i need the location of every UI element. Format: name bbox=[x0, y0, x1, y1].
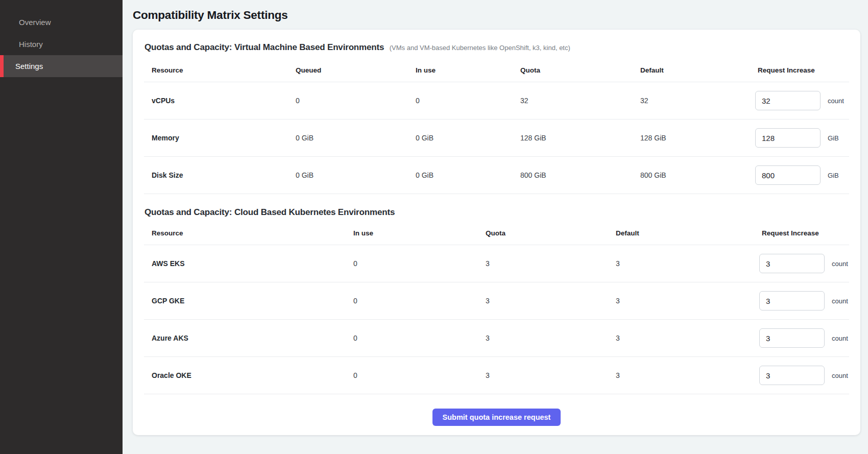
in-use-value: 0 bbox=[346, 334, 478, 342]
memory-request-input[interactable] bbox=[755, 128, 821, 148]
quota-settings-card: Quotas and Capacity: Virtual Machine Bas… bbox=[133, 30, 860, 435]
quota-value: 128 GiB bbox=[513, 134, 633, 142]
resource-label: Memory bbox=[144, 134, 288, 142]
column-header-default: Default bbox=[633, 66, 750, 74]
resource-label: GCP GKE bbox=[144, 297, 346, 305]
sidebar: Overview History Settings bbox=[0, 0, 123, 454]
column-header-in-use: In use bbox=[408, 66, 513, 74]
main-content: Compatibility Matrix Settings Quotas and… bbox=[123, 0, 868, 454]
column-header-quota: Quota bbox=[513, 66, 633, 74]
cloud-section-title: Quotas and Capacity: Cloud Based Kuberne… bbox=[144, 207, 395, 217]
table-row-azure-aks: Azure AKS 0 3 3 count bbox=[144, 320, 849, 357]
in-use-value: 0 bbox=[346, 259, 478, 268]
request-increase-cell: count bbox=[754, 366, 849, 385]
cloud-quota-table-header: Resource In use Quota Default Request In… bbox=[144, 222, 849, 245]
column-header-default: Default bbox=[608, 229, 754, 237]
quota-value: 3 bbox=[478, 297, 608, 305]
vm-quota-table-header: Resource Queued In use Quota Default Req… bbox=[144, 59, 849, 82]
table-row-vcpus: vCPUs 0 0 32 32 count bbox=[144, 82, 849, 120]
cloud-quota-table: Resource In use Quota Default Request In… bbox=[144, 222, 849, 394]
quota-value: 3 bbox=[478, 334, 608, 342]
request-increase-cell: count bbox=[754, 291, 849, 310]
unit-label: GiB bbox=[828, 172, 839, 179]
request-increase-cell: count bbox=[754, 328, 849, 348]
resource-label: AWS EKS bbox=[144, 259, 346, 268]
quota-value: 3 bbox=[478, 259, 608, 268]
table-row-gcp-gke: GCP GKE 0 3 3 count bbox=[144, 282, 849, 320]
aws-eks-request-input[interactable] bbox=[759, 254, 825, 273]
unit-label: count bbox=[832, 372, 848, 379]
default-value: 3 bbox=[608, 334, 754, 342]
default-value: 3 bbox=[608, 259, 754, 268]
in-use-value: 0 bbox=[346, 371, 478, 379]
in-use-value: 0 bbox=[346, 297, 478, 305]
default-value: 128 GiB bbox=[633, 134, 750, 142]
azure-aks-request-input[interactable] bbox=[759, 328, 825, 348]
queued-value: 0 bbox=[288, 97, 408, 105]
table-row-aws-eks: AWS EKS 0 3 3 count bbox=[144, 245, 849, 282]
vcpus-request-input[interactable] bbox=[755, 91, 821, 110]
sidebar-item-settings[interactable]: Settings bbox=[0, 55, 123, 77]
unit-label: GiB bbox=[828, 134, 839, 142]
queued-value: 0 GiB bbox=[288, 134, 408, 142]
sidebar-item-history[interactable]: History bbox=[0, 33, 123, 55]
column-header-in-use: In use bbox=[346, 229, 478, 237]
app-root: Overview History Settings Compatibility … bbox=[0, 0, 868, 454]
resource-label: vCPUs bbox=[144, 97, 288, 105]
unit-label: count bbox=[832, 334, 848, 342]
quota-value: 800 GiB bbox=[513, 171, 633, 179]
column-header-resource: Resource bbox=[144, 229, 346, 237]
request-increase-cell: GiB bbox=[750, 128, 849, 148]
resource-label: Oracle OKE bbox=[144, 371, 346, 379]
request-increase-cell: count bbox=[750, 91, 849, 110]
quota-value: 32 bbox=[513, 97, 633, 105]
queued-value: 0 GiB bbox=[288, 171, 408, 179]
column-header-resource: Resource bbox=[144, 66, 288, 74]
column-header-queued: Queued bbox=[288, 66, 408, 74]
default-value: 3 bbox=[608, 297, 754, 305]
request-increase-cell: GiB bbox=[750, 165, 849, 185]
cloud-section-heading: Quotas and Capacity: Cloud Based Kuberne… bbox=[133, 194, 860, 222]
submit-quota-increase-button[interactable]: Submit quota increase request bbox=[432, 409, 561, 426]
quota-value: 3 bbox=[478, 371, 608, 379]
vm-quota-table: Resource Queued In use Quota Default Req… bbox=[144, 59, 849, 194]
oracle-oke-request-input[interactable] bbox=[759, 366, 825, 385]
vm-section-title: Quotas and Capacity: Virtual Machine Bas… bbox=[144, 42, 384, 52]
vm-section-heading: Quotas and Capacity: Virtual Machine Bas… bbox=[133, 30, 860, 59]
sidebar-nav: Overview History Settings bbox=[0, 11, 123, 77]
request-increase-cell: count bbox=[754, 254, 849, 273]
default-value: 3 bbox=[608, 371, 754, 379]
table-row-disk-size: Disk Size 0 GiB 0 GiB 800 GiB 800 GiB Gi… bbox=[144, 157, 849, 194]
unit-label: count bbox=[832, 260, 848, 268]
column-header-quota: Quota bbox=[478, 229, 608, 237]
column-header-request-increase: Request Increase bbox=[754, 229, 849, 237]
default-value: 800 GiB bbox=[633, 171, 750, 179]
in-use-value: 0 GiB bbox=[408, 134, 513, 142]
disk-size-request-input[interactable] bbox=[755, 165, 821, 185]
unit-label: count bbox=[832, 297, 848, 305]
submit-button-row: Submit quota increase request bbox=[133, 409, 860, 426]
table-row-oracle-oke: Oracle OKE 0 3 3 count bbox=[144, 357, 849, 394]
default-value: 32 bbox=[633, 97, 750, 105]
unit-label: count bbox=[828, 97, 844, 105]
sidebar-item-overview[interactable]: Overview bbox=[0, 11, 123, 33]
column-header-request-increase: Request Increase bbox=[750, 66, 849, 74]
in-use-value: 0 GiB bbox=[408, 171, 513, 179]
in-use-value: 0 bbox=[408, 97, 513, 105]
table-row-memory: Memory 0 GiB 0 GiB 128 GiB 128 GiB GiB bbox=[144, 120, 849, 157]
vm-section-subtitle: (VMs and VM-based Kubernetes like OpenSh… bbox=[390, 44, 570, 52]
resource-label: Disk Size bbox=[144, 171, 288, 179]
resource-label: Azure AKS bbox=[144, 334, 346, 342]
page-title: Compatibility Matrix Settings bbox=[133, 9, 860, 22]
gcp-gke-request-input[interactable] bbox=[759, 291, 825, 310]
